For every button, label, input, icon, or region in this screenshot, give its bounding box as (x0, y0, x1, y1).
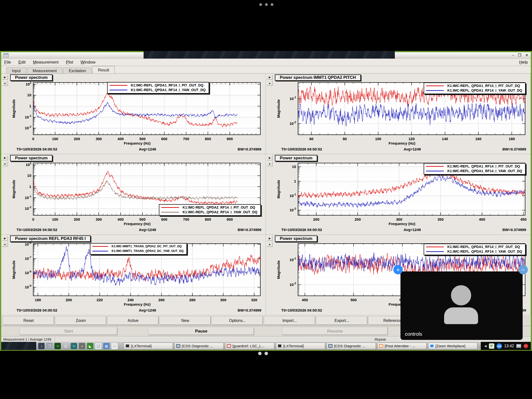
taskbar-window-button[interactable]: [Post Attendee - ... (377, 343, 427, 349)
tab-input[interactable]: Input (6, 67, 26, 73)
tab-excitation[interactable]: Excitation (63, 67, 91, 73)
taskbar-window-button[interactable]: [CDS Diagnostic ... (327, 343, 376, 349)
show-desktop-icon[interactable]: ▭ (111, 343, 118, 349)
taskbar-window-button[interactable]: [CDS Diagnostic ... (174, 343, 224, 349)
bandwidth-value: BW=0.374999 (238, 147, 261, 151)
participant-avatar-icon (451, 285, 471, 305)
svg-text:350: 350 (437, 217, 444, 221)
minimize-icon[interactable]: – (512, 53, 514, 57)
window-button-label: [LXTerminal] (283, 344, 304, 348)
import-button[interactable]: Import... (264, 316, 315, 325)
zoom-minimize-button[interactable]: − (518, 265, 528, 274)
svg-text:60: 60 (309, 137, 314, 141)
legend-channel-label: K1:IMC-REFL_QPDA2_RF14_I_PIT_OUT_DQ (183, 205, 255, 210)
pause-button[interactable]: Pause (149, 327, 254, 335)
taskbar-window-button[interactable]: [LXTerminal] (276, 343, 325, 349)
plot-expand-icon[interactable]: ▶ (267, 236, 273, 241)
menu-plot[interactable]: Plot (66, 60, 73, 65)
display-settings-icon[interactable] (516, 344, 521, 348)
bandwidth-value: BW=0.374999 (238, 228, 261, 232)
svg-text:10-6: 10-6 (25, 242, 31, 246)
start-button[interactable]: Start (20, 327, 117, 335)
menu-help[interactable]: Help (519, 60, 528, 65)
plot-collapse-icon[interactable]: ▲ (2, 81, 8, 86)
plot-expand-icon[interactable]: ▶ (2, 236, 8, 241)
plot-footer: T0=10/03/2026 04:00:52Avg=1249BW=0.37499… (9, 146, 266, 152)
plot-title-button[interactable]: Power spectrum (275, 235, 317, 242)
plot-collapse-icon[interactable]: ▲ (267, 161, 273, 166)
dot (258, 352, 262, 355)
plot-expand-icon[interactable]: ▶ (267, 75, 273, 80)
svg-text:600: 600 (161, 137, 167, 141)
legend-line-sample (161, 212, 179, 213)
firefox-launcher-icon[interactable]: ◖ (38, 343, 45, 349)
window-titlebar[interactable]: – ❐ ✕ (1, 52, 531, 59)
taskbar-window-button[interactable]: [Zoom Workplace] (428, 343, 477, 349)
participant-name: controls (405, 331, 422, 337)
menu-file[interactable]: File (4, 60, 11, 65)
t0-timestamp: T0=10/03/2026 04:00:52 (17, 147, 57, 151)
x-axis-label: Frequency (Hz) (9, 222, 266, 227)
monitor-app-icon[interactable]: ● (79, 343, 85, 349)
file-manager-icon[interactable]: ❐ (46, 343, 53, 349)
plot-expand-icon[interactable]: ▶ (2, 75, 8, 80)
export-button[interactable]: Export... (316, 316, 367, 325)
blocks-app-icon[interactable]: ▦ (103, 343, 110, 349)
media-app-icon[interactable]: ◣ (87, 343, 93, 349)
zoom-tray-icon[interactable]: zm (497, 343, 502, 349)
plot-expand-icon[interactable]: ▶ (2, 155, 8, 160)
tab-measurement[interactable]: Measurement (27, 67, 63, 73)
legend-line-sample (426, 247, 444, 247)
plot-collapse-icon[interactable]: ▲ (2, 161, 8, 166)
active-button[interactable]: Active (108, 316, 158, 325)
options-button[interactable]: Options... (212, 316, 263, 325)
plot-legend: K1:IMC-REFL_QPDA1_RF14_I_PIT_OUT_DQK1:IM… (424, 83, 526, 94)
plot-collapse-icon[interactable]: ▲ (2, 242, 8, 247)
taskbar-window-buttons: [LXTerminal][CDS Diagnostic ...[guardctr… (124, 343, 477, 349)
average-count: Avg=1249 (57, 308, 238, 312)
zoom-button[interactable]: Zoom (55, 316, 106, 325)
legend-channel-label: K1:IMC-REFL_QPDA1_RF14_I_YAW_OUT_DQ (131, 88, 206, 92)
legend-entry: K1:IMC-REFL_QPDA1_RF14_I_YAW_OUT_DQ (426, 249, 522, 254)
close-icon[interactable]: ✕ (525, 53, 528, 57)
repeat-checkbox-label: Repeat (375, 337, 386, 341)
resume-button[interactable]: Resume (282, 327, 388, 335)
svg-text:10-9: 10-9 (25, 284, 31, 289)
zoom-video-overlay[interactable]: controls (400, 271, 523, 340)
window-button-label: [Zoom Workplace] (435, 344, 465, 348)
zoom-expand-button[interactable]: + (393, 265, 403, 274)
tray-collapse-icon[interactable]: ◀ (484, 344, 487, 348)
plot-cell: ▶▲Power spectrum10-210-11101020100200300… (1, 154, 266, 235)
menu-window[interactable]: Window (81, 60, 95, 65)
plot-title-button[interactable]: Power spectrum (275, 155, 317, 161)
scope-app-icon[interactable]: ∿ (71, 343, 77, 349)
svg-text:140: 140 (442, 137, 448, 141)
svg-text:500: 500 (139, 137, 146, 141)
taskbar-window-button[interactable]: [guardctrl: LSC_L... (225, 343, 274, 349)
plot-title-button[interactable]: Power spectrum (10, 74, 52, 81)
taskbar-window-button[interactable]: [LXTerminal] (124, 343, 173, 349)
x-axis-label: Frequency (Hz) (273, 222, 531, 227)
menu-measurement[interactable]: Measurement (33, 60, 59, 65)
restore-icon[interactable]: ❐ (518, 53, 521, 57)
svg-text:1: 1 (294, 179, 296, 183)
screen-bottom-dots (258, 352, 268, 355)
dot (265, 352, 268, 355)
plot-title-button[interactable]: Power spectrum (10, 155, 52, 161)
plot-collapse-icon[interactable]: ▲ (267, 242, 273, 247)
reset-button[interactable]: Reset (3, 316, 54, 325)
plot-footer: T0=10/03/2026 04:00:52Avg=1249BW=0.37499… (9, 307, 266, 313)
new-button[interactable]: New (160, 316, 211, 325)
plot-title-button[interactable]: Power spectrum IMMT1 QPDA2 PITCH (275, 74, 361, 81)
menu-edit[interactable]: Edit (18, 60, 25, 65)
tab-result[interactable]: Result (92, 66, 115, 73)
plot-collapse-icon[interactable]: ▲ (267, 81, 273, 86)
terminal-green-icon[interactable]: ≡ (54, 343, 61, 349)
plot-expand-icon[interactable]: ▶ (267, 155, 273, 160)
plot-legend: K1:IMC-IMMT1_TRANS_QPDA2_DC_PIT_OUT_DQK1… (90, 243, 187, 255)
windows-stack-icon[interactable]: ❏ (95, 343, 101, 349)
clipboard-manager-icon[interactable]: P (489, 343, 494, 349)
power-icon[interactable]: ⏻ (523, 344, 528, 349)
plot-title-button[interactable]: Power spectrum REFL PDA3 RF45 I (10, 235, 91, 242)
plot-app-icon[interactable]: ▤ (63, 343, 69, 349)
